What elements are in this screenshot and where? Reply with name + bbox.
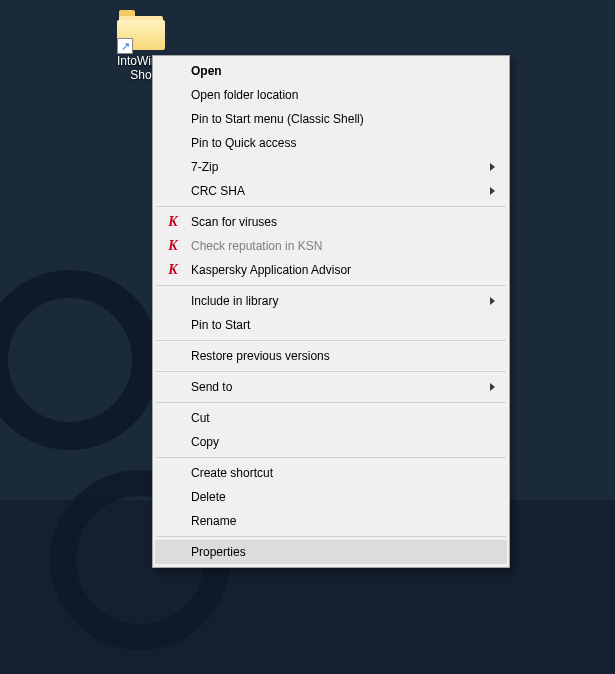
menu-item-label: Delete [191,490,477,504]
menu-item-label: Rename [191,514,477,528]
menu-item-label: Kaspersky Application Advisor [191,263,477,277]
menu-item-open-folder-location[interactable]: Open folder location [155,83,507,107]
kaspersky-icon: K [165,214,181,230]
menu-item-delete[interactable]: Delete [155,485,507,509]
menu-item-label: CRC SHA [191,184,477,198]
menu-item-cut[interactable]: Cut [155,406,507,430]
menu-item-check-reputation-in-ksn: KCheck reputation in KSN [155,234,507,258]
menu-item-label: Restore previous versions [191,349,477,363]
menu-item-properties[interactable]: Properties [155,540,507,564]
menu-item-kaspersky-application-advisor[interactable]: KKaspersky Application Advisor [155,258,507,282]
shortcut-arrow-overlay: ↗ [117,38,133,54]
menu-item-pin-to-start[interactable]: Pin to Start [155,313,507,337]
chevron-right-icon [490,163,495,171]
menu-item-label: Pin to Start menu (Classic Shell) [191,112,477,126]
menu-item-label: Open [191,64,477,78]
menu-item-restore-previous-versions[interactable]: Restore previous versions [155,344,507,368]
menu-item-label: Send to [191,380,477,394]
menu-item-label: Open folder location [191,88,477,102]
menu-item-label: Properties [191,545,477,559]
menu-item-scan-for-viruses[interactable]: KScan for viruses [155,210,507,234]
menu-item-label: Include in library [191,294,477,308]
menu-item-label: Create shortcut [191,466,477,480]
menu-separator [156,536,506,537]
menu-item-label: Copy [191,435,477,449]
menu-item-rename[interactable]: Rename [155,509,507,533]
context-menu: OpenOpen folder locationPin to Start men… [152,55,510,568]
kaspersky-icon: K [165,238,181,254]
menu-separator [156,340,506,341]
menu-separator [156,206,506,207]
chevron-right-icon [490,297,495,305]
menu-item-label: Check reputation in KSN [191,239,477,253]
menu-item-pin-to-quick-access[interactable]: Pin to Quick access [155,131,507,155]
folder-icon: ↗ [117,14,165,52]
menu-item-send-to[interactable]: Send to [155,375,507,399]
menu-item-include-in-library[interactable]: Include in library [155,289,507,313]
menu-item-label: Pin to Start [191,318,477,332]
kaspersky-icon: K [165,262,181,278]
menu-item-open[interactable]: Open [155,59,507,83]
wallpaper-shape [0,270,160,450]
chevron-right-icon [490,187,495,195]
menu-separator [156,402,506,403]
menu-separator [156,457,506,458]
menu-item-create-shortcut[interactable]: Create shortcut [155,461,507,485]
desktop-wallpaper: ↗ IntoWin - Sho OpenOpen folder location… [0,0,615,674]
chevron-right-icon [490,383,495,391]
menu-item-label: Cut [191,411,477,425]
menu-item-crc-sha[interactable]: CRC SHA [155,179,507,203]
menu-item-pin-to-start-menu-classic-shell[interactable]: Pin to Start menu (Classic Shell) [155,107,507,131]
menu-item-7-zip[interactable]: 7-Zip [155,155,507,179]
menu-separator [156,285,506,286]
menu-item-label: Scan for viruses [191,215,477,229]
menu-item-label: Pin to Quick access [191,136,477,150]
menu-item-copy[interactable]: Copy [155,430,507,454]
menu-item-label: 7-Zip [191,160,477,174]
menu-separator [156,371,506,372]
